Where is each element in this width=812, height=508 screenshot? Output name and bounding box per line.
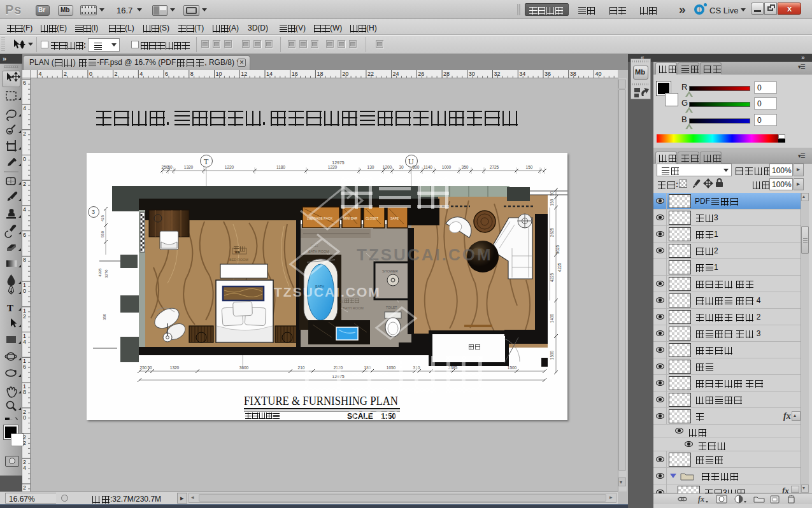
svg-text:4: 4 bbox=[23, 339, 26, 345]
svg-text:2: 2 bbox=[64, 71, 67, 77]
svg-text:6: 6 bbox=[23, 80, 26, 86]
svg-text:2: 2 bbox=[23, 313, 26, 320]
svg-text:10: 10 bbox=[216, 71, 222, 77]
svg-text:30: 30 bbox=[469, 71, 475, 77]
svg-text:4: 4 bbox=[139, 71, 143, 77]
svg-text:18: 18 bbox=[317, 71, 323, 77]
svg-text:0: 0 bbox=[23, 156, 26, 162]
svg-text:0: 0 bbox=[23, 288, 26, 294]
svg-text:38: 38 bbox=[570, 71, 576, 77]
svg-text:36: 36 bbox=[545, 71, 551, 77]
svg-text:0: 0 bbox=[89, 71, 92, 77]
svg-text:6: 6 bbox=[23, 363, 26, 370]
svg-text:0: 0 bbox=[23, 414, 26, 421]
svg-text:4: 4 bbox=[23, 465, 26, 471]
svg-text:2: 2 bbox=[115, 71, 118, 77]
svg-text:28: 28 bbox=[443, 71, 450, 77]
svg-text:20: 20 bbox=[342, 71, 348, 77]
svg-text:6: 6 bbox=[165, 71, 168, 77]
svg-text:4: 4 bbox=[23, 206, 26, 213]
svg-text:12: 12 bbox=[241, 71, 247, 77]
svg-text:4: 4 bbox=[38, 71, 41, 77]
svg-text:14: 14 bbox=[266, 71, 273, 77]
svg-text:16: 16 bbox=[292, 71, 298, 77]
svg-text:24: 24 bbox=[393, 71, 399, 77]
svg-text:8: 8 bbox=[23, 257, 26, 263]
svg-text:8: 8 bbox=[190, 71, 194, 77]
svg-text:40: 40 bbox=[595, 71, 602, 77]
svg-text:fx: fx bbox=[698, 495, 704, 504]
svg-text:22: 22 bbox=[367, 71, 374, 77]
svg-text:2: 2 bbox=[23, 181, 26, 187]
svg-text:34: 34 bbox=[519, 71, 525, 77]
svg-text:2: 2 bbox=[23, 131, 26, 137]
svg-text:32: 32 bbox=[494, 71, 501, 77]
svg-text:6: 6 bbox=[23, 232, 26, 238]
svg-text:T: T bbox=[7, 303, 13, 313]
svg-text:26: 26 bbox=[418, 71, 424, 77]
svg-text:4: 4 bbox=[23, 105, 26, 111]
svg-text:8: 8 bbox=[23, 389, 26, 395]
